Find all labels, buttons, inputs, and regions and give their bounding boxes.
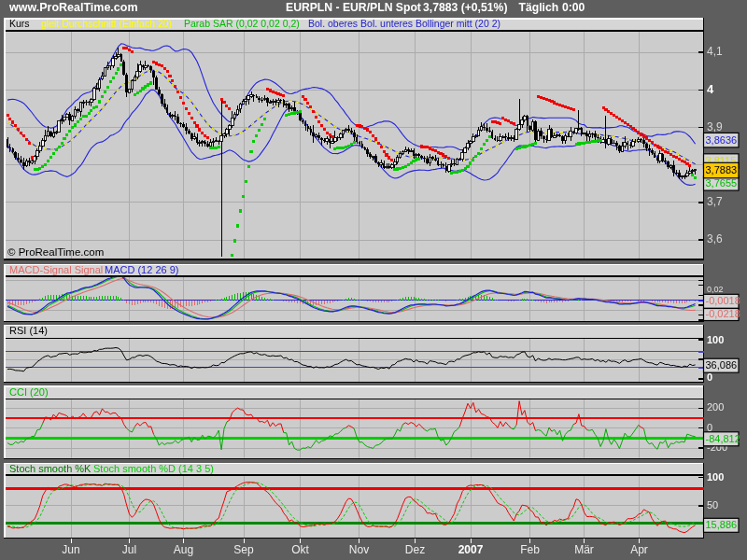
svg-text:Nov: Nov: [349, 543, 369, 556]
svg-text:www.ProRealTime.com: www.ProRealTime.com: [8, 1, 138, 14]
svg-text:100: 100: [707, 334, 724, 345]
svg-text:0: 0: [707, 422, 712, 433]
svg-text:Jul: Jul: [122, 543, 136, 556]
svg-text:MACD-Signal Signal: MACD-Signal Signal: [9, 264, 103, 275]
svg-text:2007: 2007: [458, 543, 484, 556]
svg-text:Feb: Feb: [520, 543, 540, 556]
svg-text:100: 100: [707, 471, 724, 483]
svg-text:gleit Durchschnitt (Einfach 20: gleit Durchschnitt (Einfach 20): [41, 18, 172, 29]
svg-text:3,7: 3,7: [707, 195, 723, 208]
svg-text:Jun: Jun: [62, 543, 79, 556]
svg-text:200: 200: [707, 401, 724, 413]
svg-text:Aug: Aug: [174, 543, 193, 556]
svg-text:4: 4: [707, 82, 714, 96]
svg-text:0:00: 0:00: [562, 1, 585, 14]
svg-text:Stoch smooth %K: Stoch smooth %K: [9, 463, 92, 474]
svg-text:3,9: 3,9: [707, 120, 723, 133]
svg-text:3,7883 (+0,51%): 3,7883 (+0,51%): [423, 1, 507, 14]
svg-text:Parab SAR (0,02 0,02 0,2): Parab SAR (0,02 0,02 0,2): [184, 18, 300, 29]
svg-text:-0,0218: -0,0218: [706, 308, 740, 319]
svg-text:-84,812: -84,812: [706, 433, 740, 444]
svg-text:3,6: 3,6: [707, 232, 723, 245]
svg-text:Mär: Mär: [574, 543, 594, 556]
svg-text:Dez: Dez: [405, 543, 425, 556]
svg-text:Täglich: Täglich: [519, 1, 559, 14]
svg-text:Bol. oberes Bol. unteres Bolli: Bol. oberes Bol. unteres Bollinger mitt …: [308, 18, 500, 29]
svg-text:-0,0018: -0,0018: [706, 295, 740, 306]
svg-text:3,8636: 3,8636: [706, 134, 738, 146]
svg-text:0: 0: [707, 371, 712, 383]
svg-text:RSI (14): RSI (14): [9, 325, 48, 336]
svg-text:3,7883: 3,7883: [706, 164, 738, 175]
svg-text:CCI (20): CCI (20): [9, 386, 49, 398]
svg-text:0,02: 0,02: [707, 285, 724, 294]
svg-text:50: 50: [707, 499, 718, 511]
svg-text:Stoch smooth %D (14 3 5): Stoch smooth %D (14 3 5): [93, 463, 214, 474]
svg-text:3,7655: 3,7655: [706, 177, 738, 189]
svg-text:36,086: 36,086: [706, 359, 738, 371]
svg-text:15,886: 15,886: [706, 519, 738, 530]
svg-text:Kurs: Kurs: [9, 18, 30, 29]
svg-text:Sep: Sep: [233, 543, 254, 556]
svg-text:Apr: Apr: [630, 543, 648, 556]
svg-text:MACD (12 26 9): MACD (12 26 9): [105, 264, 178, 275]
svg-text:EURPLN - EUR/PLN Spot: EURPLN - EUR/PLN Spot: [286, 1, 421, 14]
svg-text:Okt: Okt: [291, 543, 309, 556]
svg-text:© ProRealTime.com: © ProRealTime.com: [7, 246, 104, 258]
svg-text:4,1: 4,1: [707, 45, 723, 58]
